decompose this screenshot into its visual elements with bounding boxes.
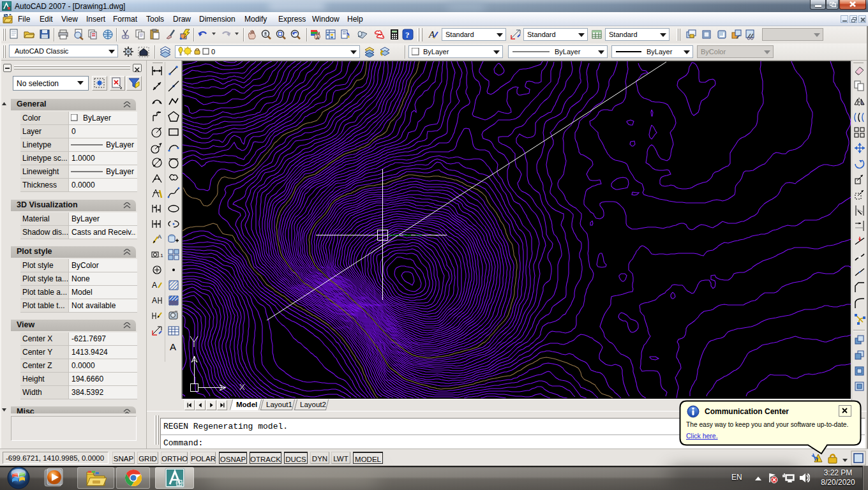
svg-text:A: A <box>316 35 320 40</box>
svg-text:.1: .1 <box>159 253 163 258</box>
svg-text:?: ? <box>405 30 410 40</box>
svg-text:A: A <box>158 234 161 240</box>
svg-text:A: A <box>170 341 176 352</box>
svg-text:!: ! <box>816 456 818 463</box>
svg-text:A: A <box>152 296 157 305</box>
svg-text:A: A <box>152 281 157 290</box>
